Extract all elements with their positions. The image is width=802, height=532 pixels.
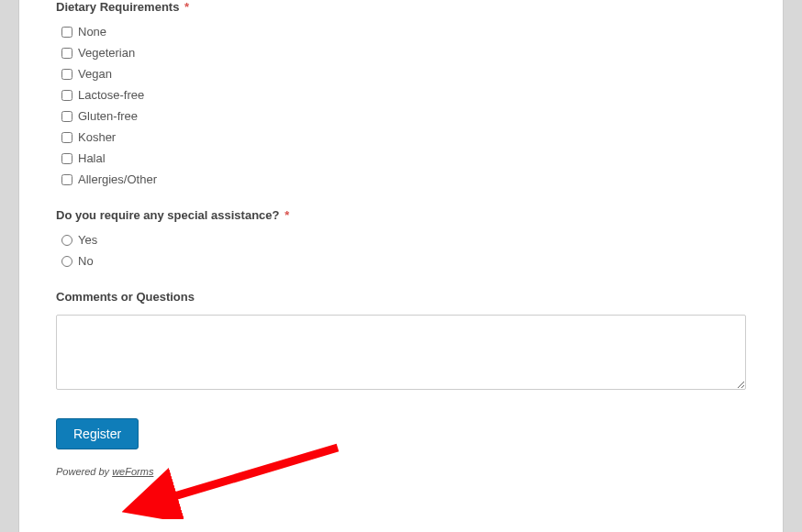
dietary-option-row: Kosher: [56, 130, 746, 144]
required-asterisk: *: [284, 208, 289, 222]
assistance-group: Do you require any special assistance? *…: [56, 208, 746, 268]
dietary-option-label: Allergies/Other: [78, 172, 157, 186]
dietary-option-row: Vegeterian: [56, 46, 746, 60]
comments-label: Comments or Questions: [56, 290, 746, 304]
powered-by-footer: Powered by weForms: [56, 466, 746, 477]
dietary-label: Dietary Requirements *: [56, 0, 746, 14]
assistance-radio-no[interactable]: [61, 256, 72, 267]
dietary-option-row: Halal: [56, 151, 746, 165]
form-card: Dietary Requirements * None Vegeterian V…: [18, 0, 784, 532]
dietary-checkbox-allergies-other[interactable]: [61, 174, 72, 185]
comments-textarea[interactable]: [56, 315, 746, 390]
dietary-checkbox-lactose-free[interactable]: [61, 90, 72, 101]
required-asterisk: *: [184, 0, 189, 14]
dietary-option-label: Gluten-free: [78, 109, 138, 123]
dietary-option-row: Vegan: [56, 67, 746, 81]
dietary-checkbox-halal[interactable]: [61, 153, 72, 164]
assistance-label-text: Do you require any special assistance?: [56, 208, 280, 222]
powered-by-link[interactable]: weForms: [112, 466, 153, 477]
dietary-label-text: Dietary Requirements: [56, 0, 179, 14]
assistance-option-label: Yes: [78, 233, 97, 247]
dietary-checkbox-gluten-free[interactable]: [61, 111, 72, 122]
dietary-checkbox-none[interactable]: [61, 27, 72, 38]
assistance-option-row: Yes: [56, 233, 746, 247]
dietary-option-row: Lactose-free: [56, 88, 746, 102]
dietary-option-label: Halal: [78, 151, 106, 165]
dietary-checkbox-kosher[interactable]: [61, 132, 72, 143]
dietary-option-row: Gluten-free: [56, 109, 746, 123]
dietary-option-label: Lactose-free: [78, 88, 144, 102]
dietary-option-label: Vegan: [78, 67, 112, 81]
dietary-option-label: Kosher: [78, 130, 116, 144]
register-button[interactable]: Register: [56, 418, 139, 449]
assistance-radio-yes[interactable]: [61, 235, 72, 246]
assistance-option-row: No: [56, 254, 746, 268]
dietary-group: Dietary Requirements * None Vegeterian V…: [56, 0, 746, 186]
assistance-option-label: No: [78, 254, 94, 268]
dietary-checkbox-vegetarian[interactable]: [61, 48, 72, 59]
powered-by-prefix: Powered by: [56, 466, 112, 477]
dietary-option-label: Vegeterian: [78, 46, 135, 60]
comments-group: Comments or Questions: [56, 290, 746, 393]
dietary-option-label: None: [78, 25, 106, 39]
dietary-option-row: None: [56, 25, 746, 39]
assistance-label: Do you require any special assistance? *: [56, 208, 746, 222]
dietary-checkbox-vegan[interactable]: [61, 69, 72, 80]
dietary-option-row: Allergies/Other: [56, 172, 746, 186]
